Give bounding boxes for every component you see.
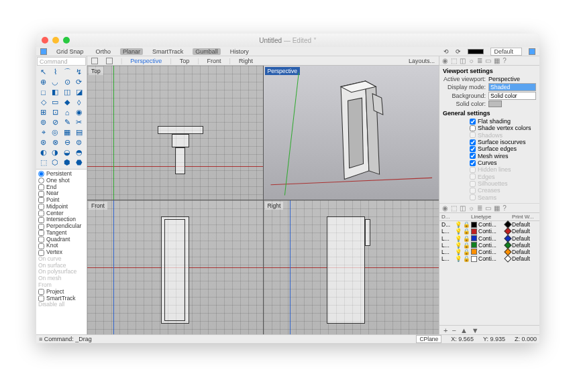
eye-icon[interactable]: ◉ [442,57,448,64]
undo-icon[interactable]: ⟲ [443,48,449,55]
osnap-oneshot[interactable]: One shot [38,178,85,184]
tool-button-12[interactable]: ◇ [38,97,49,107]
tab-layouts[interactable]: Layouts... [409,58,435,64]
tool-button-36[interactable]: ⬚ [38,157,49,168]
command-input[interactable]: Command [37,57,86,66]
grid-icon[interactable]: ▦ [494,57,500,64]
tab-top[interactable]: Top [180,58,190,64]
right-panel-toggle-icon[interactable] [529,48,535,55]
tool-button-32[interactable]: ◐ [38,147,49,157]
layer-row[interactable]: L...💡🔒Conti...Default [439,235,539,242]
tool-button-31[interactable]: ⊜ [73,137,85,147]
camera-icon[interactable]: ◫ [460,204,466,212]
setting-curves[interactable]: Curves [470,159,536,166]
layer-row[interactable]: L...💡🔒Conti...Default [439,242,539,249]
viewport-perspective[interactable]: Perspective [264,66,439,200]
tool-button-4[interactable]: ⊕ [38,77,49,87]
setting-surface-isocurves[interactable]: Surface isocurves [470,139,536,145]
tb-planar[interactable]: Planar [120,48,143,55]
help-icon[interactable]: ? [503,57,507,64]
solid-color-swatch[interactable] [488,101,502,107]
eye-icon[interactable]: ◉ [442,204,448,212]
cube-icon[interactable]: ⬚ [451,204,457,212]
tab-front[interactable]: Front [207,58,221,64]
tool-button-39[interactable]: ⬣ [73,157,85,168]
tb-smarttrack[interactable]: SmartTrack [150,48,186,55]
setting-flat-shading[interactable]: Flat shading [470,118,536,125]
tool-button-18[interactable]: ⌂ [62,107,73,117]
tool-button-19[interactable]: ◉ [73,107,85,117]
cplane-button[interactable]: CPlane [416,335,441,343]
tool-button-37[interactable]: ⬡ [50,157,61,168]
grid-icon[interactable]: ▦ [494,204,500,212]
remove-layer-button[interactable]: − [452,326,456,334]
tool-button-25[interactable]: ◎ [50,127,61,137]
cube-icon[interactable]: ⬚ [451,57,457,64]
tool-button-22[interactable]: ✎ [62,117,73,127]
tb-ortho[interactable]: Ortho [93,48,114,55]
tool-button-0[interactable]: ↖ [38,67,49,77]
tool-button-8[interactable]: □ [38,87,49,97]
layers-icon[interactable]: ≣ [477,204,482,212]
tool-button-26[interactable]: ▦ [62,127,73,137]
layer-row[interactable]: L...💡🔒Conti...Default [439,249,539,255]
tool-button-20[interactable]: ⊚ [38,117,49,127]
background-select[interactable]: Solid color [488,92,536,100]
tb-gumball[interactable]: Gumball [193,48,221,55]
tool-button-30[interactable]: ⊖ [62,137,73,147]
layers-icon[interactable]: ≣ [477,57,482,64]
add-layer-button[interactable]: + [443,326,448,334]
tool-button-13[interactable]: ▭ [50,97,61,107]
tool-button-29[interactable]: ⊗ [50,137,61,147]
tool-button-27[interactable]: ▤ [73,127,85,137]
layer-up-button[interactable]: ▲ [460,326,468,334]
help-icon[interactable]: ? [503,204,507,212]
osnap-end[interactable]: End [38,184,85,191]
setting-surface-edges[interactable]: Surface edges [470,145,536,152]
tool-button-3[interactable]: ↯ [73,67,85,77]
tb-gridsnap[interactable]: Grid Snap [54,48,87,55]
sun-icon[interactable]: ☼ [468,204,474,212]
tool-button-33[interactable]: ◑ [50,147,61,157]
setting-mesh-wires[interactable]: Mesh wires [470,153,536,159]
tool-button-38[interactable]: ⬢ [62,157,73,168]
color-swatch[interactable] [468,49,484,54]
tool-button-15[interactable]: ◊ [73,97,85,107]
tool-button-21[interactable]: ⊘ [50,117,61,127]
camera-icon[interactable]: ◫ [460,57,466,64]
layer-down-button[interactable]: ▼ [472,326,479,334]
tool-button-16[interactable]: ⊞ [38,107,49,117]
tool-button-23[interactable]: ✂ [73,117,85,127]
tool-button-14[interactable]: ◆ [62,97,73,107]
layer-row[interactable]: L...💡🔒Conti...Default [439,255,539,262]
tool-button-17[interactable]: ⊡ [50,107,61,117]
setting-shade-vertex-colors[interactable]: Shade vertex colors [470,125,536,131]
layer-select[interactable]: Default [490,48,522,56]
tool-button-24[interactable]: ⌖ [38,127,49,137]
sun-icon[interactable]: ☼ [468,57,474,64]
tool-button-9[interactable]: ◧ [50,87,61,97]
tool-button-6[interactable]: ⊙ [62,77,73,87]
tab-perspective[interactable]: Perspective [130,58,162,64]
vp-single-icon[interactable] [106,58,113,64]
layer-row[interactable]: L...💡🔒Conti...Default [439,228,539,235]
tb-history[interactable]: History [227,48,252,55]
tool-button-28[interactable]: ⊛ [38,137,49,147]
tool-button-2[interactable]: ⌒ [62,67,73,77]
display-mode-select[interactable]: Shaded [488,83,536,91]
tab-right[interactable]: Right [239,58,253,64]
viewport-top[interactable]: Top [87,66,263,200]
viewport-right[interactable]: Right [264,200,439,334]
monitor-icon[interactable]: ▭ [485,57,491,64]
tool-button-35[interactable]: ◓ [73,147,85,157]
redo-icon[interactable]: ⟳ [456,48,461,55]
tool-button-34[interactable]: ◒ [62,147,73,157]
tool-button-1[interactable]: ⌇ [50,67,61,77]
layer-row[interactable]: D...💡🔒Conti...Default [439,221,539,228]
monitor-icon[interactable]: ▭ [485,204,491,212]
tool-button-7[interactable]: ⟳ [73,77,85,87]
tool-button-5[interactable]: ◡ [50,77,61,87]
viewport-front[interactable]: Front [87,200,263,334]
osnap-quadrant[interactable]: Quadrant [38,237,85,243]
osnap-near[interactable]: Near [38,190,85,197]
